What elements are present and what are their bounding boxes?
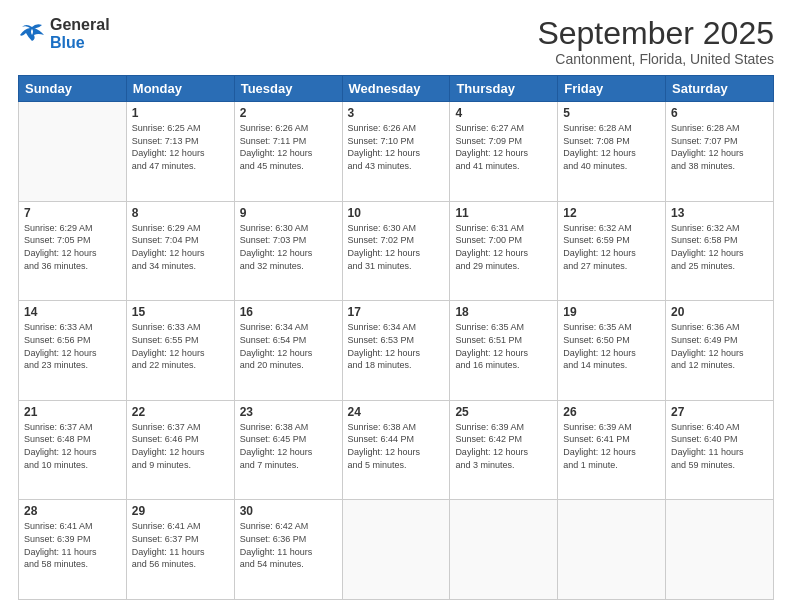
calendar-cell: [19, 102, 127, 202]
day-info: Sunrise: 6:38 AM Sunset: 6:44 PM Dayligh…: [348, 421, 445, 471]
logo-general: General: [50, 16, 110, 33]
calendar-cell: 13Sunrise: 6:32 AM Sunset: 6:58 PM Dayli…: [666, 201, 774, 301]
day-number: 2: [240, 106, 337, 120]
day-number: 25: [455, 405, 552, 419]
month-title: September 2025: [537, 16, 774, 51]
calendar-cell: 10Sunrise: 6:30 AM Sunset: 7:02 PM Dayli…: [342, 201, 450, 301]
title-block: September 2025 Cantonment, Florida, Unit…: [537, 16, 774, 67]
day-number: 3: [348, 106, 445, 120]
location-subtitle: Cantonment, Florida, United States: [537, 51, 774, 67]
calendar-cell: 6Sunrise: 6:28 AM Sunset: 7:07 PM Daylig…: [666, 102, 774, 202]
day-number: 5: [563, 106, 660, 120]
day-number: 7: [24, 206, 121, 220]
logo-text: General Blue: [50, 16, 110, 51]
logo-blue: Blue: [50, 34, 85, 51]
day-number: 9: [240, 206, 337, 220]
calendar-cell: 21Sunrise: 6:37 AM Sunset: 6:48 PM Dayli…: [19, 400, 127, 500]
calendar-cell: 28Sunrise: 6:41 AM Sunset: 6:39 PM Dayli…: [19, 500, 127, 600]
day-info: Sunrise: 6:41 AM Sunset: 6:39 PM Dayligh…: [24, 520, 121, 570]
calendar-cell: 20Sunrise: 6:36 AM Sunset: 6:49 PM Dayli…: [666, 301, 774, 401]
day-info: Sunrise: 6:28 AM Sunset: 7:07 PM Dayligh…: [671, 122, 768, 172]
day-info: Sunrise: 6:26 AM Sunset: 7:10 PM Dayligh…: [348, 122, 445, 172]
calendar-week-row: 28Sunrise: 6:41 AM Sunset: 6:39 PM Dayli…: [19, 500, 774, 600]
calendar-week-row: 21Sunrise: 6:37 AM Sunset: 6:48 PM Dayli…: [19, 400, 774, 500]
calendar-cell: 19Sunrise: 6:35 AM Sunset: 6:50 PM Dayli…: [558, 301, 666, 401]
day-number: 28: [24, 504, 121, 518]
day-info: Sunrise: 6:29 AM Sunset: 7:04 PM Dayligh…: [132, 222, 229, 272]
day-info: Sunrise: 6:34 AM Sunset: 6:54 PM Dayligh…: [240, 321, 337, 371]
day-number: 18: [455, 305, 552, 319]
col-sunday: Sunday: [19, 76, 127, 102]
day-number: 29: [132, 504, 229, 518]
day-number: 15: [132, 305, 229, 319]
col-tuesday: Tuesday: [234, 76, 342, 102]
logo-icon: [18, 23, 46, 45]
day-number: 12: [563, 206, 660, 220]
day-number: 14: [24, 305, 121, 319]
day-number: 16: [240, 305, 337, 319]
calendar-cell: [666, 500, 774, 600]
calendar-cell: 8Sunrise: 6:29 AM Sunset: 7:04 PM Daylig…: [126, 201, 234, 301]
day-number: 4: [455, 106, 552, 120]
calendar-cell: 22Sunrise: 6:37 AM Sunset: 6:46 PM Dayli…: [126, 400, 234, 500]
day-info: Sunrise: 6:38 AM Sunset: 6:45 PM Dayligh…: [240, 421, 337, 471]
calendar-cell: 9Sunrise: 6:30 AM Sunset: 7:03 PM Daylig…: [234, 201, 342, 301]
day-info: Sunrise: 6:33 AM Sunset: 6:55 PM Dayligh…: [132, 321, 229, 371]
col-friday: Friday: [558, 76, 666, 102]
calendar-header-row: Sunday Monday Tuesday Wednesday Thursday…: [19, 76, 774, 102]
col-saturday: Saturday: [666, 76, 774, 102]
calendar-cell: 12Sunrise: 6:32 AM Sunset: 6:59 PM Dayli…: [558, 201, 666, 301]
day-info: Sunrise: 6:37 AM Sunset: 6:46 PM Dayligh…: [132, 421, 229, 471]
day-number: 26: [563, 405, 660, 419]
day-number: 13: [671, 206, 768, 220]
logo: General Blue: [18, 16, 110, 51]
day-info: Sunrise: 6:33 AM Sunset: 6:56 PM Dayligh…: [24, 321, 121, 371]
day-info: Sunrise: 6:32 AM Sunset: 6:59 PM Dayligh…: [563, 222, 660, 272]
day-number: 10: [348, 206, 445, 220]
day-number: 19: [563, 305, 660, 319]
day-number: 11: [455, 206, 552, 220]
calendar-cell: 3Sunrise: 6:26 AM Sunset: 7:10 PM Daylig…: [342, 102, 450, 202]
calendar-cell: 11Sunrise: 6:31 AM Sunset: 7:00 PM Dayli…: [450, 201, 558, 301]
calendar-week-row: 1Sunrise: 6:25 AM Sunset: 7:13 PM Daylig…: [19, 102, 774, 202]
day-info: Sunrise: 6:34 AM Sunset: 6:53 PM Dayligh…: [348, 321, 445, 371]
calendar-cell: 7Sunrise: 6:29 AM Sunset: 7:05 PM Daylig…: [19, 201, 127, 301]
day-number: 30: [240, 504, 337, 518]
calendar-cell: [342, 500, 450, 600]
calendar-cell: [450, 500, 558, 600]
calendar-cell: 24Sunrise: 6:38 AM Sunset: 6:44 PM Dayli…: [342, 400, 450, 500]
day-info: Sunrise: 6:41 AM Sunset: 6:37 PM Dayligh…: [132, 520, 229, 570]
day-info: Sunrise: 6:42 AM Sunset: 6:36 PM Dayligh…: [240, 520, 337, 570]
calendar-cell: 15Sunrise: 6:33 AM Sunset: 6:55 PM Dayli…: [126, 301, 234, 401]
day-info: Sunrise: 6:26 AM Sunset: 7:11 PM Dayligh…: [240, 122, 337, 172]
day-info: Sunrise: 6:28 AM Sunset: 7:08 PM Dayligh…: [563, 122, 660, 172]
day-info: Sunrise: 6:30 AM Sunset: 7:03 PM Dayligh…: [240, 222, 337, 272]
calendar-cell: 23Sunrise: 6:38 AM Sunset: 6:45 PM Dayli…: [234, 400, 342, 500]
calendar-cell: 29Sunrise: 6:41 AM Sunset: 6:37 PM Dayli…: [126, 500, 234, 600]
day-info: Sunrise: 6:30 AM Sunset: 7:02 PM Dayligh…: [348, 222, 445, 272]
day-number: 23: [240, 405, 337, 419]
calendar-cell: 26Sunrise: 6:39 AM Sunset: 6:41 PM Dayli…: [558, 400, 666, 500]
calendar-cell: 4Sunrise: 6:27 AM Sunset: 7:09 PM Daylig…: [450, 102, 558, 202]
calendar-cell: 16Sunrise: 6:34 AM Sunset: 6:54 PM Dayli…: [234, 301, 342, 401]
day-info: Sunrise: 6:35 AM Sunset: 6:51 PM Dayligh…: [455, 321, 552, 371]
day-info: Sunrise: 6:27 AM Sunset: 7:09 PM Dayligh…: [455, 122, 552, 172]
day-info: Sunrise: 6:31 AM Sunset: 7:00 PM Dayligh…: [455, 222, 552, 272]
day-info: Sunrise: 6:32 AM Sunset: 6:58 PM Dayligh…: [671, 222, 768, 272]
day-number: 24: [348, 405, 445, 419]
calendar-cell: 30Sunrise: 6:42 AM Sunset: 6:36 PM Dayli…: [234, 500, 342, 600]
day-number: 6: [671, 106, 768, 120]
header: General Blue September 2025 Cantonment, …: [18, 16, 774, 67]
day-number: 1: [132, 106, 229, 120]
calendar-week-row: 14Sunrise: 6:33 AM Sunset: 6:56 PM Dayli…: [19, 301, 774, 401]
calendar-cell: 2Sunrise: 6:26 AM Sunset: 7:11 PM Daylig…: [234, 102, 342, 202]
page: General Blue September 2025 Cantonment, …: [0, 0, 792, 612]
day-number: 17: [348, 305, 445, 319]
calendar-cell: 25Sunrise: 6:39 AM Sunset: 6:42 PM Dayli…: [450, 400, 558, 500]
day-number: 21: [24, 405, 121, 419]
day-info: Sunrise: 6:29 AM Sunset: 7:05 PM Dayligh…: [24, 222, 121, 272]
day-info: Sunrise: 6:40 AM Sunset: 6:40 PM Dayligh…: [671, 421, 768, 471]
calendar-cell: 1Sunrise: 6:25 AM Sunset: 7:13 PM Daylig…: [126, 102, 234, 202]
day-info: Sunrise: 6:35 AM Sunset: 6:50 PM Dayligh…: [563, 321, 660, 371]
calendar-cell: 5Sunrise: 6:28 AM Sunset: 7:08 PM Daylig…: [558, 102, 666, 202]
